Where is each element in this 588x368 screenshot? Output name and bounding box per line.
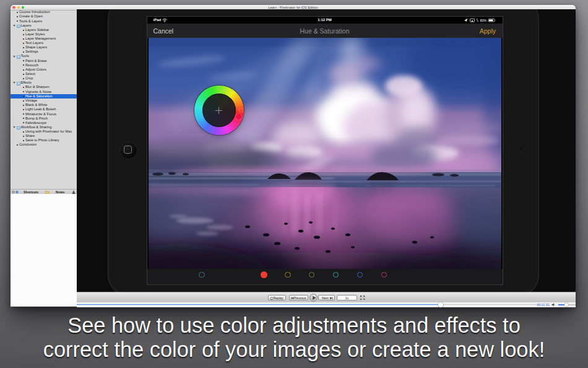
svg-text:80%: 80% <box>480 19 486 22</box>
